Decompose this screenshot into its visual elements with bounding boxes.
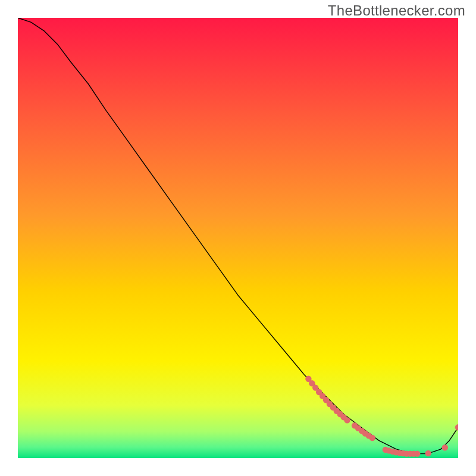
svg-point-12 — [344, 417, 350, 423]
bottleneck-curve — [18, 18, 458, 454]
chart-overlay — [18, 18, 458, 458]
svg-point-29 — [425, 450, 431, 456]
svg-point-31 — [455, 424, 458, 430]
highlight-dots-segment-b — [352, 422, 375, 441]
watermark-text: TheBottleneсker.com — [328, 2, 465, 19]
highlight-dots-segment-a — [305, 376, 350, 424]
highlight-dot-end — [455, 424, 458, 430]
highlight-dots-bottom — [383, 444, 448, 457]
svg-point-28 — [414, 450, 420, 456]
svg-point-30 — [442, 444, 448, 450]
plot-area — [18, 18, 458, 458]
chart-container: TheBottleneсker.com — [0, 0, 476, 476]
svg-point-18 — [369, 435, 375, 441]
